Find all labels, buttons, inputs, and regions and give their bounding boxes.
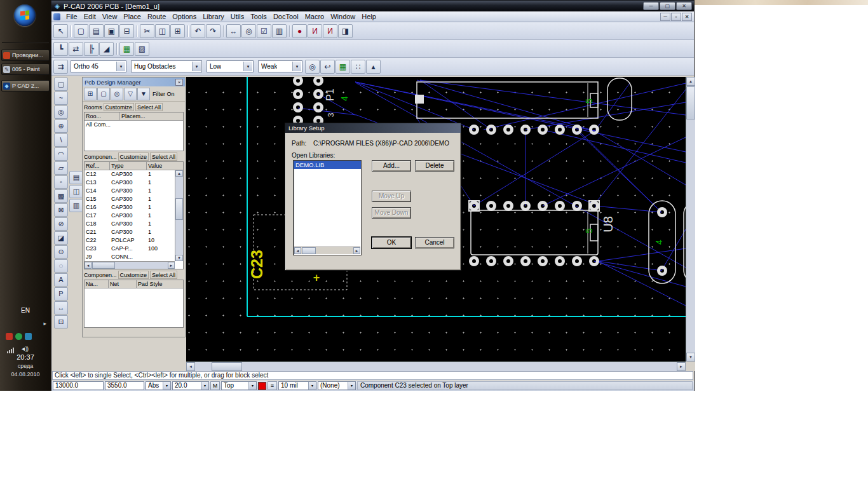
scroll-right-icon[interactable]: ►	[353, 247, 360, 254]
coordinate-mode-select[interactable]: Abs▾	[146, 381, 171, 390]
net-select[interactable]: (None)▾	[318, 381, 356, 390]
mdi-minimize-button[interactable]: ─	[660, 13, 670, 21]
menu-edit[interactable]: Edit	[81, 12, 99, 21]
libraries-list[interactable]: DEMO.LIB ◄ ►	[293, 160, 362, 255]
menu-view[interactable]: View	[99, 12, 121, 21]
tray-icon-1[interactable]	[6, 333, 13, 340]
menu-file[interactable]: File	[63, 12, 81, 21]
dm-browse-nets-button[interactable]: ▢	[97, 88, 110, 100]
scroll-down-icon[interactable]: ▼	[686, 353, 695, 362]
place-arc-button[interactable]: ◠	[54, 147, 68, 161]
split-pane-button[interactable]: ◨	[338, 24, 353, 38]
component-row[interactable]: C15CAP3001	[85, 195, 176, 203]
mdi-close-button[interactable]: ✕	[682, 13, 692, 21]
menu-library[interactable]: Library	[200, 12, 227, 21]
scroll-right-icon[interactable]: ►	[168, 262, 175, 269]
scroll-left-icon[interactable]: ◄	[85, 262, 92, 269]
tray-icon-2[interactable]	[15, 333, 22, 340]
components-column-header[interactable]: Type	[110, 162, 147, 170]
dm-pattern-button[interactable]: ◫	[69, 185, 83, 198]
hug-mode-select[interactable]: Hug Obstacles ▾	[131, 60, 202, 72]
close-button[interactable]: ✕	[676, 2, 692, 10]
copy-button[interactable]: ◫	[155, 24, 170, 38]
grid-toggle-button[interactable]: ▦	[336, 60, 350, 74]
dialog-titlebar[interactable]: Library Setup	[285, 123, 461, 133]
scroll-left-icon[interactable]: ◄	[294, 247, 301, 254]
menu-tools[interactable]: Tools	[247, 12, 270, 21]
zoom-in-button[interactable]: ⊕	[54, 119, 68, 133]
view-errors-button[interactable]: ▥	[272, 24, 287, 38]
start-button[interactable]	[14, 4, 36, 26]
components-hscrollbar[interactable]: ◄ ►	[85, 261, 175, 269]
route-fanout-button[interactable]: ╠	[84, 42, 98, 56]
rooms-select-all-button[interactable]: Select All	[135, 103, 163, 111]
design-manager-titlebar[interactable]: Pcb Design Manager ×	[83, 78, 185, 86]
place-via-button[interactable]: ◌	[54, 259, 68, 273]
autorouter-button[interactable]: ▦	[119, 42, 134, 56]
nets-column-header[interactable]: Na...	[85, 280, 109, 288]
dm-browse-components-button[interactable]: ⊞	[84, 88, 97, 100]
scrollbar-thumb[interactable]	[302, 247, 316, 254]
undo-button[interactable]: ↶	[191, 24, 205, 38]
push-strength-select[interactable]: Weak ▾	[258, 60, 302, 72]
select-tool-button[interactable]: ↖	[53, 24, 68, 38]
save-file-button[interactable]: ▣	[104, 24, 119, 38]
via-style-button[interactable]: ◎	[305, 60, 320, 74]
room-row[interactable]: All Com...	[85, 121, 183, 129]
scrollbar-thumb[interactable]	[175, 198, 183, 220]
component-row[interactable]: J9CONN...	[85, 253, 176, 261]
place-line-button[interactable]: \	[54, 133, 68, 147]
tray-expand-icon[interactable]: ▸	[43, 320, 46, 327]
components-column-header[interactable]: Ref...	[85, 162, 110, 170]
component-row[interactable]: C18CAP3001	[85, 220, 176, 228]
dm-filter-button[interactable]: ▼	[137, 88, 150, 100]
taskbar-button-explorer[interactable]: Проводни...	[1, 50, 50, 61]
unwind-button[interactable]: ↩	[320, 60, 335, 74]
menu-macro[interactable]: Macro	[302, 12, 328, 21]
route-current-button[interactable]: ⇉	[53, 60, 68, 74]
nets-select-all-button[interactable]: Select All	[150, 271, 177, 279]
components-select-all-button[interactable]: Select All	[150, 152, 177, 161]
tray-icon-3[interactable]	[25, 333, 32, 340]
component-row[interactable]: C22POLCAP10	[85, 236, 176, 245]
menu-place[interactable]: Place	[120, 12, 144, 21]
component-row[interactable]: C17CAP3001	[85, 212, 176, 220]
list-hscrollbar[interactable]: ◄ ►	[294, 247, 360, 254]
pour-toggle-button[interactable]: ∷	[351, 60, 365, 74]
measure-button[interactable]: ↔	[226, 24, 241, 38]
components-scrollbar[interactable]: ▲ ▼	[175, 170, 183, 261]
grid-select[interactable]: 20.0▾	[172, 381, 209, 390]
menu-doctool[interactable]: DocTool	[270, 12, 302, 21]
horizontal-scrollbar[interactable]: ◄ ►	[186, 362, 686, 371]
rooms-customize-button[interactable]: Customize	[104, 103, 135, 111]
components-customize-button[interactable]: Customize	[118, 152, 149, 161]
component-row[interactable]: C21CAP3001	[85, 228, 176, 236]
maximize-button[interactable]: ▢	[660, 2, 675, 10]
print-button[interactable]: ⊟	[119, 24, 134, 38]
rooms-column-header[interactable]: Roo...	[85, 112, 120, 120]
route-miter-button[interactable]: ◢	[99, 42, 114, 56]
menu-utils[interactable]: Utils	[227, 12, 247, 21]
components-column-header[interactable]: Value	[147, 162, 175, 170]
menu-window[interactable]: Window	[327, 12, 358, 21]
place-plane-button[interactable]: ◪	[54, 231, 68, 245]
menu-route[interactable]: Route	[144, 12, 169, 21]
component-row[interactable]: C13CAP3001	[85, 179, 176, 187]
x-coordinate-field[interactable]: 13000.0	[53, 381, 104, 390]
design-rule-check-button[interactable]: ☑	[257, 24, 271, 38]
y-coordinate-field[interactable]: 3550.0	[105, 381, 144, 390]
menu-help[interactable]: Help	[358, 12, 379, 21]
menu-options[interactable]: Options	[169, 12, 200, 21]
place-keepout-button[interactable]: ⊘	[54, 217, 68, 231]
place-copper-pour-button[interactable]: ▩	[54, 189, 68, 203]
via-mode-select[interactable]: Low ▾	[207, 60, 254, 72]
scrollbar-thumb[interactable]	[212, 362, 242, 371]
mdi-restore-button[interactable]: ▫	[671, 13, 681, 21]
info-1-button[interactable]: И	[308, 24, 322, 38]
layer-color-swatch[interactable]	[258, 382, 266, 390]
close-icon[interactable]: ×	[175, 79, 183, 86]
route-manual-button[interactable]: ┗	[53, 42, 68, 56]
delete-button[interactable]: Delete	[415, 160, 454, 172]
network-icon[interactable]	[7, 347, 14, 353]
layer-toggle-button[interactable]: ▴	[366, 60, 381, 74]
